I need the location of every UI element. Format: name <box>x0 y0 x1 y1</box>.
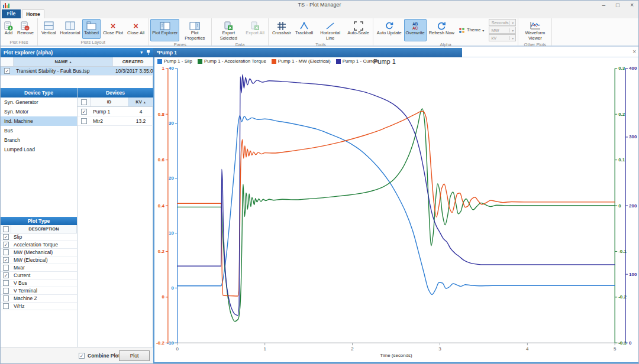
combine-plot-checkbox[interactable]: ✓ <box>79 353 85 359</box>
plot-type-label: Acceleration Torque <box>11 242 77 248</box>
auto-scale-icon <box>354 21 363 31</box>
plot-button[interactable]: Plot <box>119 350 150 361</box>
sort-asc-icon: ▴ <box>70 60 72 64</box>
row-checkbox[interactable] <box>3 265 9 271</box>
tab-file[interactable]: File <box>2 9 21 18</box>
column-header-description[interactable]: DESCRIPTION <box>11 225 77 233</box>
horizontal-layout-button[interactable]: Horizontal <box>59 19 82 39</box>
document-tab[interactable]: *Pump 1 <box>153 48 462 57</box>
row-checkbox[interactable] <box>3 303 9 309</box>
row-checkbox[interactable]: ✓ <box>4 68 10 74</box>
plot-file-row[interactable]: ✓ Transient Stability - Fault Bus.tsp 10… <box>1 67 153 76</box>
row-checkbox[interactable]: ✓ <box>3 242 9 248</box>
row-checkbox[interactable] <box>3 295 9 301</box>
remove-plot-file-icon <box>21 21 30 31</box>
ribbon-group-label: Data <box>214 41 266 48</box>
plot-explorer-panel-header[interactable]: Plot Explorer (alpha) ▾ <box>1 48 153 57</box>
device-type-item[interactable]: Syn. Motor <box>1 107 77 116</box>
close-plot-button[interactable]: × Close Plot <box>101 19 125 39</box>
device-type-item[interactable]: Lumped Load <box>1 145 77 154</box>
close-all-button[interactable]: × Close All <box>125 19 146 39</box>
vertical-layout-button[interactable]: Vertical <box>40 19 58 39</box>
remove-button[interactable]: Remove <box>15 19 36 39</box>
plot-type-row[interactable]: ✓MW (Electrical) <box>1 256 77 264</box>
chevron-down-icon: ▾ <box>509 21 515 25</box>
theme-button[interactable]: Theme ▾ <box>457 25 486 35</box>
row-checkbox[interactable] <box>3 288 9 294</box>
close-button[interactable]: × <box>630 1 634 9</box>
plot-files-table-header: NAME▴ CREATED <box>1 57 153 67</box>
column-header-created[interactable]: CREATED <box>113 57 153 66</box>
document-tab-strip: *Pump 1 × <box>153 48 639 57</box>
overwrite-button[interactable]: ABAC Overwrite <box>404 19 427 41</box>
plot-type-header: Plot Type <box>1 217 77 225</box>
ribbon-button-label: Theme <box>467 28 480 33</box>
units-combo-voltage[interactable]: kV▾ <box>489 34 516 41</box>
chart-plot-area[interactable]: 012345Time (seconds)10.80.60.40.20-0.240… <box>154 57 638 362</box>
plot-type-row[interactable]: MW (Mechanical) <box>1 249 77 256</box>
export-all-button[interactable]: Export All <box>244 19 266 41</box>
ribbon-button-label: Horizontal <box>60 31 80 36</box>
row-checkbox[interactable]: ✓ <box>3 257 9 263</box>
row-checkbox[interactable]: ✓ <box>3 272 9 278</box>
horizontal-layout-icon <box>65 21 75 31</box>
row-checkbox[interactable]: ✓ <box>81 109 87 115</box>
refresh-now-button[interactable]: Refresh Now <box>427 19 456 41</box>
close-document-icon[interactable]: × <box>632 48 636 55</box>
device-row[interactable]: Mtr2 13.2 <box>78 116 153 126</box>
column-header-name[interactable]: NAME▴ <box>14 57 113 66</box>
units-combo-power[interactable]: MW▾ <box>489 27 516 34</box>
tab-home[interactable]: Home <box>22 9 44 18</box>
column-header-kv[interactable]: KV▴ <box>128 98 153 106</box>
plot-type-row[interactable]: ✓Acceleration Torque <box>1 241 77 249</box>
export-selected-button[interactable]: Export Selected <box>214 19 243 41</box>
device-type-item[interactable]: Syn. Generator <box>1 98 77 107</box>
auto-update-button[interactable]: Auto Update <box>375 19 404 41</box>
device-kv: 4 <box>128 109 153 115</box>
row-checkbox[interactable] <box>81 118 87 124</box>
panel-dropdown-icon[interactable]: ▾ <box>140 50 143 55</box>
checkbox-column-header[interactable] <box>78 98 91 106</box>
add-button[interactable]: Add <box>2 19 15 39</box>
plot-type-row[interactable]: ✓Slip <box>1 233 77 241</box>
plot-type-row[interactable]: V Terminal <box>1 287 77 295</box>
waveform-viewer-button[interactable]: Waveform Viewer <box>520 19 550 41</box>
legend-swatch <box>272 59 276 64</box>
svg-text:0.2: 0.2 <box>158 249 165 254</box>
pin-icon[interactable] <box>146 50 150 55</box>
checkbox-column-header[interactable] <box>1 57 14 66</box>
device-type-item[interactable]: Branch <box>1 135 77 145</box>
plot-properties-button[interactable]: Plot Properties <box>180 19 209 41</box>
plot-type-row[interactable]: V/Hz <box>1 303 77 310</box>
maximize-button[interactable]: □ <box>616 1 619 9</box>
checkbox-column-header[interactable] <box>1 225 11 233</box>
sidebar-footer: ✓ Combine Plot Plot <box>1 347 153 363</box>
combo-value: MW <box>491 28 499 33</box>
legend-item: Pump 1 - MW (Electrical) <box>272 58 331 64</box>
auto-scale-button[interactable]: Auto-Scale <box>346 19 371 41</box>
plot-type-row[interactable]: V Bus <box>1 280 77 287</box>
select-all-checkbox[interactable] <box>3 226 9 232</box>
column-header-id[interactable]: ID <box>91 98 128 106</box>
minimize-button[interactable]: – <box>602 1 606 9</box>
units-combo-time[interactable]: Seconds▾ <box>489 19 516 26</box>
row-checkbox[interactable] <box>3 249 9 255</box>
tabbed-layout-button[interactable]: Tabbed <box>82 19 101 39</box>
plot-type-row[interactable]: Mvar <box>1 264 77 272</box>
crosshair-button[interactable]: Crosshair <box>270 19 293 41</box>
device-type-item[interactable]: Bus <box>1 126 77 135</box>
legend-item: Pump 1 - Slip <box>157 58 192 64</box>
trackball-button[interactable]: Trackball <box>293 19 315 41</box>
row-checkbox[interactable] <box>3 280 9 286</box>
plot-type-row[interactable]: ✓Current <box>1 272 77 280</box>
row-checkbox[interactable]: ✓ <box>3 234 9 240</box>
export-selected-icon <box>224 21 233 31</box>
select-all-checkbox[interactable] <box>81 99 87 105</box>
chevron-down-icon: ▾ <box>509 28 515 32</box>
plot-explorer-button[interactable]: Plot Explorer <box>150 19 179 41</box>
device-id: Pump 1 <box>91 109 128 115</box>
device-type-item[interactable]: Ind. Machine <box>1 116 77 126</box>
horizontal-line-button[interactable]: Horizontal Line <box>315 19 345 41</box>
plot-type-row[interactable]: Machine Z <box>1 295 77 303</box>
device-row[interactable]: ✓ Pump 1 4 <box>78 107 153 116</box>
